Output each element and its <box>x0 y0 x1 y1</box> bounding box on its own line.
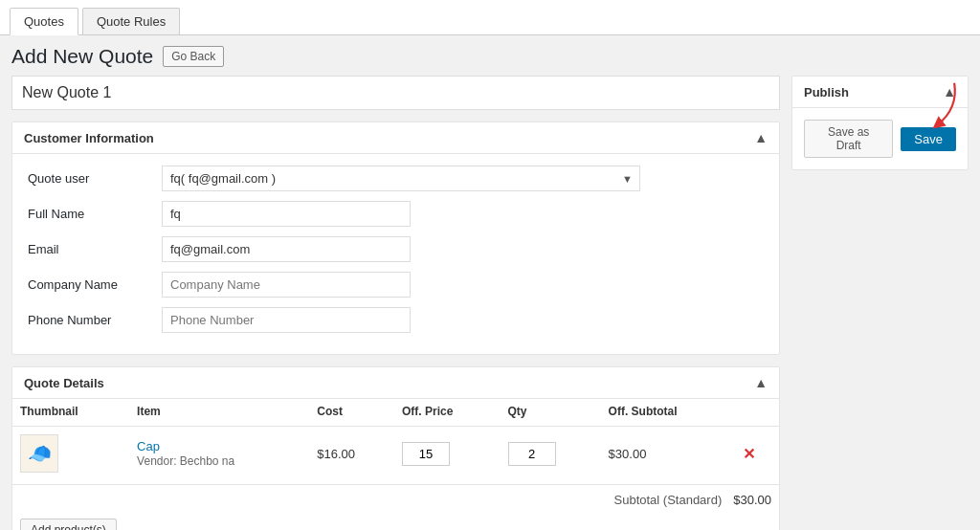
product-vendor: Vendor: Bechbo na <box>137 454 234 468</box>
table-header-row: Thumbnail Item Cost Off. Price Qty Off. … <box>12 399 779 427</box>
col-off-subtotal: Off. Subtotal <box>601 399 735 427</box>
quote-user-select-wrapper: fq( fq@gmail.com ) ▼ <box>162 166 640 191</box>
add-product-button[interactable]: Add product(s) <box>20 519 117 530</box>
quote-details-header: Quote Details ▲ <box>12 367 779 399</box>
phone-number-input[interactable] <box>162 307 411 333</box>
product-name-link[interactable]: Cap <box>137 439 160 453</box>
customer-info-body: Quote user fq( fq@gmail.com ) ▼ Full Nam… <box>12 154 779 354</box>
go-back-button[interactable]: Go Back <box>163 46 224 67</box>
publish-toggle[interactable]: ▲ <box>943 84 956 99</box>
product-item-cell: Cap Vendor: Bechbo na <box>129 427 309 481</box>
subtotal-value: $30.00 <box>733 493 771 507</box>
customer-info-title: Customer Information <box>24 131 154 145</box>
product-thumbnail: 🧢 <box>20 434 58 473</box>
subtotal-row: Subtotal (Standard) $30.00 <box>12 484 779 511</box>
content-area: Customer Information ▲ Quote user fq( fq… <box>11 76 780 530</box>
form-row-quote-user: Quote user fq( fq@gmail.com ) ▼ <box>28 166 764 191</box>
email-input[interactable] <box>162 236 411 262</box>
form-row-email: Email <box>28 236 764 262</box>
quote-details-toggle[interactable]: ▲ <box>754 375 768 390</box>
company-name-label: Company Name <box>28 277 162 292</box>
customer-info-header: Customer Information ▲ <box>12 122 779 154</box>
tabs-bar: Quotes Quote Rules <box>0 0 980 35</box>
save-button[interactable]: Save <box>901 127 956 151</box>
publish-header: Publish ▲ <box>792 77 968 108</box>
publish-panel: Publish ▲ Save as Draft Save <box>791 76 969 170</box>
product-off-price-cell <box>394 427 500 481</box>
product-cost: $16.00 <box>317 447 355 461</box>
page-header: Add New Quote Go Back <box>0 35 980 76</box>
col-thumbnail: Thumbnail <box>12 399 129 427</box>
col-cost: Cost <box>309 399 394 427</box>
publish-title: Publish <box>804 85 849 99</box>
company-name-input[interactable] <box>162 272 411 298</box>
product-qty-input[interactable] <box>508 442 556 466</box>
form-row-phone-number: Phone Number <box>28 307 764 333</box>
quote-details-body: Thumbnail Item Cost Off. Price Qty Off. … <box>12 399 779 530</box>
product-off-subtotal: $30.00 <box>609 447 647 461</box>
page-title: Add New Quote <box>11 45 153 68</box>
product-thumbnail-cell: 🧢 <box>12 427 129 481</box>
save-button-wrapper: Save <box>901 127 956 151</box>
full-name-input[interactable] <box>162 201 411 227</box>
phone-number-label: Phone Number <box>28 313 162 327</box>
tab-quote-rules[interactable]: Quote Rules <box>82 8 180 34</box>
full-name-label: Full Name <box>28 207 162 221</box>
product-cost-cell: $16.00 <box>309 427 394 481</box>
page-wrapper: Quotes Quote Rules Add New Quote Go Back… <box>0 0 980 530</box>
quote-name-input[interactable] <box>11 76 780 110</box>
product-qty-cell <box>501 427 601 481</box>
publish-body: Save as Draft Save <box>792 108 968 169</box>
quote-details-panel: Quote Details ▲ Thumbnail Item Cost Off.… <box>11 366 780 530</box>
quote-user-select[interactable]: fq( fq@gmail.com ) <box>162 166 640 191</box>
col-item: Item <box>129 399 309 427</box>
product-off-price-input[interactable] <box>402 442 450 466</box>
tab-quotes[interactable]: Quotes <box>10 8 78 35</box>
product-delete-cell: ✕ <box>735 427 779 481</box>
main-layout: Customer Information ▲ Quote user fq( fq… <box>0 76 980 530</box>
table-row: 🧢 Cap Vendor: Bechbo na <box>12 427 779 481</box>
subtotal-label: Subtotal (Standard) <box>614 493 723 507</box>
customer-info-toggle[interactable]: ▲ <box>754 130 768 145</box>
col-off-price: Off. Price <box>394 399 500 427</box>
sidebar: Publish ▲ Save as Draft Save <box>791 76 969 530</box>
col-actions <box>735 399 779 427</box>
email-label: Email <box>28 242 162 256</box>
col-qty: Qty <box>501 399 601 427</box>
form-row-company-name: Company Name <box>28 272 764 298</box>
customer-info-panel: Customer Information ▲ Quote user fq( fq… <box>11 121 780 355</box>
quote-user-label: Quote user <box>28 171 162 186</box>
product-delete-button[interactable]: ✕ <box>743 445 755 463</box>
quote-details-table: Thumbnail Item Cost Off. Price Qty Off. … <box>12 399 779 480</box>
save-draft-button[interactable]: Save as Draft <box>804 120 893 158</box>
product-off-subtotal-cell: $30.00 <box>601 427 735 481</box>
quote-details-title: Quote Details <box>24 376 104 390</box>
form-row-full-name: Full Name <box>28 201 764 227</box>
